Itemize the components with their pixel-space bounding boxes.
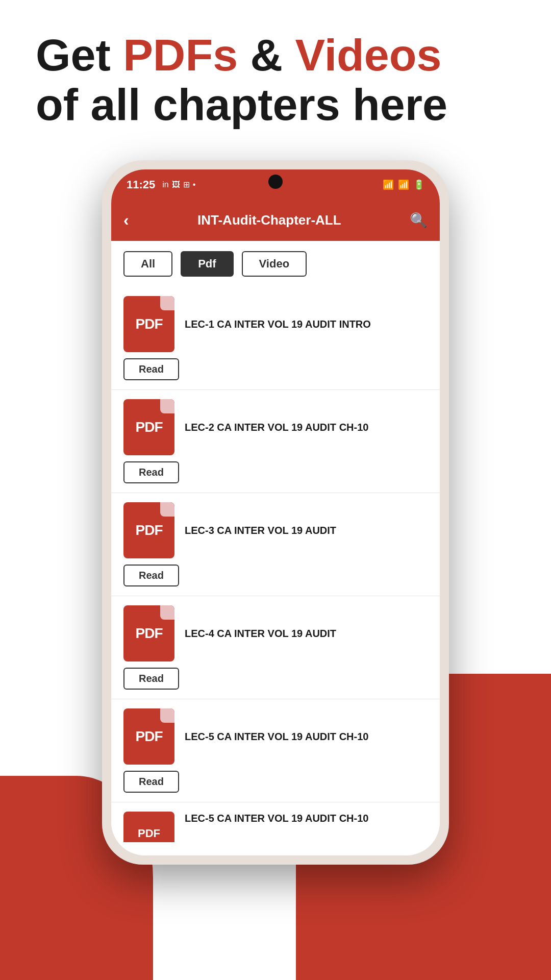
search-button[interactable]: 🔍 bbox=[410, 212, 428, 229]
header-section: Get PDFs & Videos of all chapters here bbox=[0, 0, 551, 150]
header-line2: of all chapters here bbox=[36, 80, 515, 130]
pdf-title: LEC-3 CA INTER VOL 19 AUDIT bbox=[185, 524, 428, 537]
pdf-item-row: PDF LEC-3 CA INTER VOL 19 AUDIT bbox=[123, 502, 428, 558]
pdf-item-row: PDF LEC-4 CA INTER VOL 19 AUDIT bbox=[123, 605, 428, 662]
battery-icon: 🔋 bbox=[413, 179, 424, 190]
pdf-list: PDF LEC-1 CA INTER VOL 19 AUDIT INTRO Re… bbox=[111, 287, 440, 855]
pdf-item-row: PDF LEC-2 CA INTER VOL 19 AUDIT CH-10 bbox=[123, 399, 428, 455]
pdf-icon: PDF bbox=[123, 399, 174, 455]
phone-wrapper: 11:25 in 🖼 ⊞ • 📶 📶 🔋 ‹ bbox=[0, 160, 551, 865]
pdf-title: LEC-5 CA INTER VOL 19 AUDIT CH-10 bbox=[185, 730, 428, 743]
pdf-title: LEC-4 CA INTER VOL 19 AUDIT bbox=[185, 627, 428, 640]
header-pdfs: PDFs bbox=[123, 30, 238, 80]
pdf-icon: PDF bbox=[123, 502, 174, 558]
pdf-item-row: PDF LEC-1 CA INTER VOL 19 AUDIT INTRO bbox=[123, 296, 428, 352]
filter-tabs: All Pdf Video bbox=[111, 241, 440, 287]
list-item: PDF LEC-2 CA INTER VOL 19 AUDIT CH-10 Re… bbox=[111, 390, 440, 493]
list-item: PDF LEC-5 CA INTER VOL 19 AUDIT CH-10 Re… bbox=[111, 699, 440, 802]
app-title: INT-Audit-Chapter-ALL bbox=[137, 212, 402, 228]
read-button[interactable]: Read bbox=[123, 461, 179, 483]
status-bar: 11:25 in 🖼 ⊞ • 📶 📶 🔋 bbox=[111, 169, 440, 200]
list-item: PDF LEC-4 CA INTER VOL 19 AUDIT Read bbox=[111, 596, 440, 699]
read-button[interactable]: Read bbox=[123, 565, 179, 586]
status-icons-right: 📶 📶 🔋 bbox=[383, 179, 424, 190]
read-button[interactable]: Read bbox=[123, 771, 179, 793]
pdf-icon-text: PDF bbox=[136, 625, 163, 642]
pdf-title-partial: LEC-5 CA INTER VOL 19 AUDIT CH-10 bbox=[185, 812, 428, 825]
app-bar: ‹ INT-Audit-Chapter-ALL 🔍 bbox=[111, 200, 440, 241]
phone-screen: 11:25 in 🖼 ⊞ • 📶 📶 🔋 ‹ bbox=[111, 169, 440, 855]
back-button[interactable]: ‹ bbox=[123, 211, 129, 230]
tab-all[interactable]: All bbox=[123, 251, 172, 277]
pdf-icon-text: PDF bbox=[136, 728, 163, 745]
header-line1: Get PDFs & Videos bbox=[36, 31, 515, 80]
tab-pdf[interactable]: Pdf bbox=[181, 251, 233, 277]
pdf-title: LEC-1 CA INTER VOL 19 AUDIT INTRO bbox=[185, 317, 428, 331]
pdf-icon-text: PDF bbox=[136, 316, 163, 332]
read-button[interactable]: Read bbox=[123, 668, 179, 690]
image-icon: 🖼 bbox=[172, 180, 180, 189]
linkedin-icon: in bbox=[162, 180, 168, 189]
status-time: 11:25 bbox=[127, 178, 155, 191]
dot-icon: • bbox=[193, 180, 196, 189]
pdf-title: LEC-2 CA INTER VOL 19 AUDIT CH-10 bbox=[185, 421, 428, 434]
pdf-icon-partial-text: PDF bbox=[138, 827, 160, 840]
status-icons-left: in 🖼 ⊞ • bbox=[162, 180, 195, 189]
list-item: PDF LEC-3 CA INTER VOL 19 AUDIT Read bbox=[111, 493, 440, 596]
pdf-item-row: PDF LEC-5 CA INTER VOL 19 AUDIT CH-10 bbox=[123, 708, 428, 765]
pdf-icon-text: PDF bbox=[136, 419, 163, 435]
header-ampersand: & bbox=[238, 30, 295, 80]
pdf-icon-text: PDF bbox=[136, 522, 163, 538]
pdf-icon: PDF bbox=[123, 708, 174, 765]
tab-video[interactable]: Video bbox=[242, 251, 307, 277]
phone-frame: 11:25 in 🖼 ⊞ • 📶 📶 🔋 ‹ bbox=[102, 160, 449, 865]
pdf-icon: PDF bbox=[123, 296, 174, 352]
grid-icon: ⊞ bbox=[183, 180, 190, 189]
pdf-icon: PDF bbox=[123, 605, 174, 662]
header-videos: Videos bbox=[295, 30, 442, 80]
list-item: PDF LEC-1 CA INTER VOL 19 AUDIT INTRO Re… bbox=[111, 287, 440, 390]
wifi-icon: 📶 bbox=[383, 179, 394, 190]
header-prefix: Get bbox=[36, 30, 123, 80]
camera-notch bbox=[268, 175, 283, 189]
pdf-icon-partial: PDF bbox=[123, 812, 174, 842]
signal-icon: 📶 bbox=[398, 179, 409, 190]
list-item-partial: PDF LEC-5 CA INTER VOL 19 AUDIT CH-10 bbox=[111, 802, 440, 851]
read-button[interactable]: Read bbox=[123, 358, 179, 380]
